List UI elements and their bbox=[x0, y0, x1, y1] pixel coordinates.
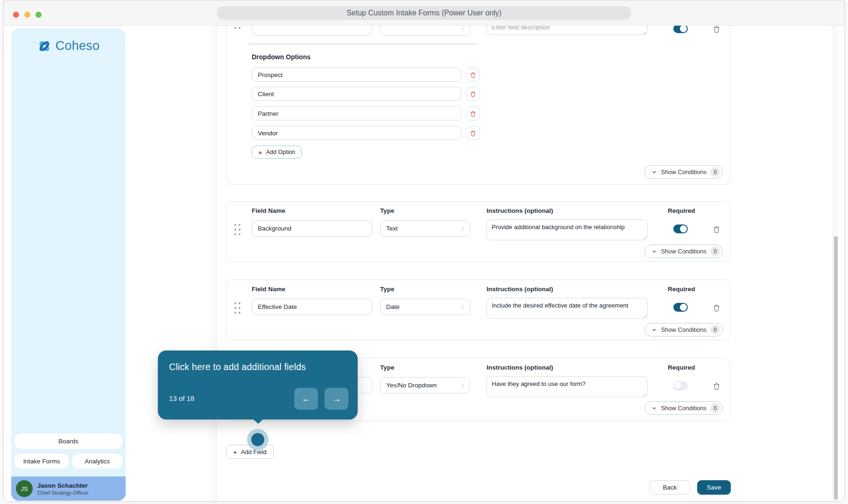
show-conditions-label: Show Conditions bbox=[661, 168, 707, 175]
field-type-value: Text bbox=[386, 225, 398, 232]
select-chevrons-icon bbox=[460, 304, 466, 310]
user-name: Jason Schachter bbox=[37, 482, 89, 489]
scrollbar-track[interactable] bbox=[832, 26, 839, 502]
chevron-down-icon bbox=[651, 249, 657, 254]
instructions-header: Instructions (optional) bbox=[487, 286, 553, 293]
trash-icon bbox=[713, 26, 721, 34]
field-name-header: Field Name bbox=[252, 286, 285, 293]
instructions-header: Instructions (optional) bbox=[487, 207, 553, 214]
field-instructions-textarea[interactable]: Provide additional background on the rel… bbox=[487, 219, 648, 240]
field-name-input[interactable] bbox=[252, 26, 372, 36]
required-toggle[interactable] bbox=[673, 381, 688, 390]
delete-option-button[interactable] bbox=[466, 87, 480, 101]
delete-option-button[interactable] bbox=[466, 126, 480, 140]
tour-prev-button[interactable]: ← bbox=[294, 388, 318, 410]
select-chevrons-icon bbox=[460, 26, 466, 32]
delete-field-button[interactable] bbox=[710, 379, 722, 392]
conditions-count-badge: 0 bbox=[710, 246, 720, 256]
form-builder-panel: Dropdown Options bbox=[217, 26, 845, 502]
back-button[interactable]: Back bbox=[650, 480, 690, 495]
required-toggle[interactable] bbox=[673, 303, 688, 312]
chevron-down-icon bbox=[651, 169, 657, 175]
trash-icon bbox=[713, 382, 721, 391]
trash-icon bbox=[470, 130, 476, 137]
delete-option-button[interactable] bbox=[466, 106, 480, 120]
avatar: JS bbox=[16, 480, 33, 497]
dropdown-option-input[interactable] bbox=[252, 68, 461, 82]
window-title: Setup Custom Intake Forms (Power User on… bbox=[217, 6, 631, 20]
field-type-select[interactable]: Text bbox=[380, 220, 470, 237]
show-conditions-button[interactable]: Show Conditions 0 bbox=[644, 245, 723, 258]
instructions-header: Instructions (optional) bbox=[487, 364, 553, 371]
drag-handle-icon[interactable] bbox=[234, 302, 240, 314]
tour-next-button[interactable]: → bbox=[325, 388, 348, 410]
delete-field-button[interactable] bbox=[710, 26, 722, 35]
dropdown-option-input[interactable] bbox=[252, 126, 461, 140]
show-conditions-label: Show Conditions bbox=[661, 326, 707, 333]
dropdown-option-input[interactable] bbox=[252, 106, 461, 120]
brand: Coheso bbox=[11, 39, 126, 53]
trash-icon bbox=[713, 225, 721, 234]
show-conditions-label: Show Conditions bbox=[661, 405, 707, 412]
fullscreen-window-button[interactable] bbox=[35, 12, 42, 18]
field-name-input[interactable] bbox=[252, 220, 372, 237]
type-header: Type bbox=[380, 207, 395, 214]
trash-icon bbox=[470, 110, 476, 117]
brand-name: Coheso bbox=[56, 39, 99, 53]
delete-option-button[interactable] bbox=[466, 68, 480, 82]
field-name-header: Field Name bbox=[252, 207, 285, 214]
dropdown-option-input[interactable] bbox=[252, 87, 461, 101]
scrollbar-thumb[interactable] bbox=[834, 236, 838, 500]
add-option-label: Add Option bbox=[266, 149, 296, 155]
minimize-window-button[interactable] bbox=[24, 12, 30, 18]
tour-beacon[interactable] bbox=[247, 429, 269, 450]
chevron-down-icon bbox=[651, 406, 657, 411]
sidebar-item-analytics[interactable]: Analytics bbox=[72, 454, 122, 469]
close-window-button[interactable] bbox=[13, 12, 19, 18]
field-instructions-textarea[interactable]: Include the desired effective date of th… bbox=[487, 298, 648, 319]
arrow-right-icon: → bbox=[332, 393, 341, 404]
drag-handle-icon[interactable] bbox=[234, 224, 240, 235]
drag-handle-icon[interactable] bbox=[234, 26, 240, 29]
titlebar: Setup Custom Intake Forms (Power User on… bbox=[4, 0, 844, 26]
show-conditions-button[interactable]: Show Conditions 0 bbox=[644, 401, 723, 415]
tour-message: Click here to add additional fields bbox=[169, 362, 306, 372]
sidebar-item-boards[interactable]: Boards bbox=[14, 434, 122, 449]
tour-beacon-dot bbox=[251, 433, 264, 446]
field-type-select[interactable]: Yes/No Dropdown bbox=[380, 377, 470, 393]
conditions-count-badge: 0 bbox=[710, 403, 720, 413]
field-name-input[interactable] bbox=[252, 299, 372, 315]
plus-icon: + bbox=[258, 149, 262, 156]
add-option-button[interactable]: + Add Option bbox=[252, 146, 302, 159]
tooltip-caret bbox=[253, 419, 263, 424]
show-conditions-label: Show Conditions bbox=[661, 248, 707, 255]
sidebar-nav: Boards Intake Forms Analytics bbox=[14, 434, 122, 469]
delete-field-button[interactable] bbox=[710, 223, 722, 236]
delete-field-button[interactable] bbox=[710, 301, 722, 314]
field-type-value: Date bbox=[386, 303, 400, 310]
tour-progress: 13 of 18 bbox=[169, 394, 194, 402]
chevron-down-icon bbox=[651, 327, 657, 333]
app-window: Setup Custom Intake Forms (Power User on… bbox=[3, 0, 845, 502]
select-chevrons-icon bbox=[460, 226, 466, 231]
field-card-background: Field Name Type Instructions (optional) … bbox=[226, 201, 730, 262]
field-instructions-textarea[interactable]: Have they agreed to use our form? bbox=[487, 376, 648, 397]
field-type-select[interactable] bbox=[380, 26, 470, 36]
arrow-left-icon: ← bbox=[302, 393, 311, 404]
show-conditions-button[interactable]: Show Conditions 0 bbox=[644, 323, 723, 336]
type-header: Type bbox=[380, 286, 395, 293]
sidebar: Coheso Boards Intake Forms Analytics JS … bbox=[11, 28, 126, 501]
coheso-logo-icon bbox=[37, 39, 51, 53]
field-type-value: Yes/No Dropdown bbox=[386, 382, 437, 389]
show-conditions-button[interactable]: Show Conditions 0 bbox=[644, 165, 723, 179]
user-profile[interactable]: JS Jason Schachter Chief Strategy Office… bbox=[11, 476, 126, 501]
plus-icon: + bbox=[233, 448, 237, 455]
sidebar-item-intake-forms[interactable]: Intake Forms bbox=[14, 454, 69, 469]
save-button[interactable]: Save bbox=[697, 480, 731, 495]
field-instructions-textarea[interactable] bbox=[487, 26, 648, 35]
required-toggle[interactable] bbox=[673, 26, 688, 33]
field-type-select[interactable]: Date bbox=[380, 299, 470, 315]
screen: Setup Custom Intake Forms (Power User on… bbox=[0, 0, 848, 504]
required-toggle[interactable] bbox=[673, 224, 688, 233]
required-header: Required bbox=[668, 207, 695, 214]
